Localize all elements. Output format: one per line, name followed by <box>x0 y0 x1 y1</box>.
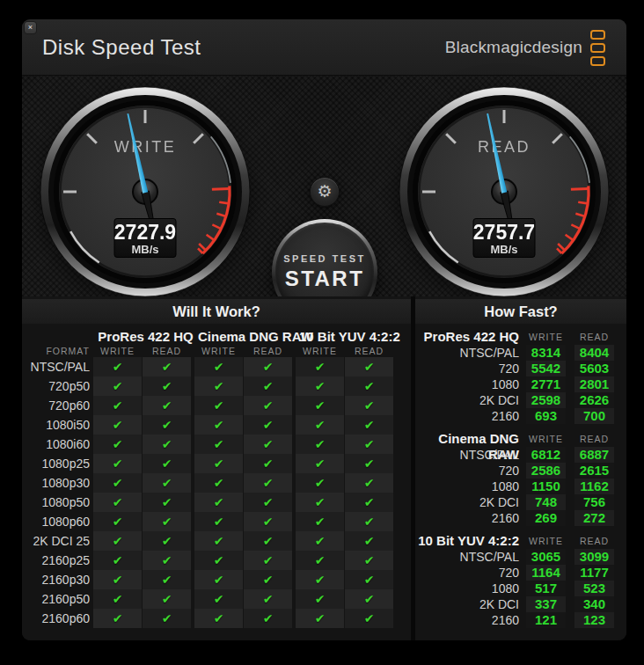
gauge-label: WRITE <box>114 138 177 156</box>
write-speed-value: 337 <box>526 596 566 612</box>
sub-column-header: READ <box>345 346 393 356</box>
check-cell: ✔ <box>345 376 393 396</box>
check-cell: ✔ <box>296 415 344 435</box>
check-cell: ✔ <box>296 454 344 473</box>
how-fast-title: How Fast? <box>415 299 626 324</box>
check-cell: ✔ <box>93 415 142 435</box>
check-icon: ✔ <box>214 457 224 471</box>
check-cell: ✔ <box>345 435 393 454</box>
check-icon: ✔ <box>263 418 274 432</box>
table-row: 72025862615 <box>415 463 626 479</box>
check-cell: ✔ <box>143 531 191 551</box>
table-row: 2160269272 <box>415 510 626 526</box>
check-cell: ✔ <box>194 473 243 493</box>
check-cell: ✔ <box>296 376 344 396</box>
check-cell: ✔ <box>194 609 243 628</box>
check-icon: ✔ <box>113 553 123 567</box>
read-speed-value: 523 <box>574 581 614 596</box>
table-row: 1080p60✔✔✔✔✔✔ <box>22 512 411 531</box>
write-speed-value: 1150 <box>526 479 566 494</box>
check-icon: ✔ <box>263 495 274 509</box>
check-icon: ✔ <box>214 573 224 587</box>
speed-section-name: Cinema DNG RAW <box>415 431 519 447</box>
format-label: 1080 <box>415 479 519 494</box>
check-icon: ✔ <box>315 592 326 606</box>
check-icon: ✔ <box>162 398 172 413</box>
speed-section-header: 10 Bit YUV 4:2:2WRITEREAD <box>415 533 626 549</box>
table-row: 720p50✔✔✔✔✔✔ <box>22 376 411 396</box>
table-row: 2160p50✔✔✔✔✔✔ <box>22 589 411 609</box>
format-label: 2160p30 <box>22 570 90 589</box>
check-cell: ✔ <box>296 512 344 531</box>
table-row: 1080p25✔✔✔✔✔✔ <box>22 454 411 473</box>
table-row: 2160121123 <box>415 612 626 628</box>
check-icon: ✔ <box>315 437 326 451</box>
page-title: Disk Speed Test <box>42 19 201 76</box>
sub-column-header: WRITE <box>526 431 566 447</box>
format-label: 2160p50 <box>22 589 90 609</box>
sub-column-header: WRITE <box>93 346 142 356</box>
check-icon: ✔ <box>162 495 172 509</box>
read-speed-value: 700 <box>574 408 614 424</box>
check-icon: ✔ <box>214 553 224 567</box>
format-label: 1080i50 <box>22 415 90 435</box>
write-gauge-svg: WRITE 2727.9 MB/s <box>40 86 251 297</box>
check-cell: ✔ <box>296 357 344 376</box>
check-cell: ✔ <box>194 493 243 512</box>
format-label: 1080p50 <box>22 493 90 512</box>
check-cell: ✔ <box>244 551 292 570</box>
check-icon: ✔ <box>214 534 224 548</box>
read-speed-value: 6887 <box>574 447 614 463</box>
close-button[interactable]: × <box>24 21 37 34</box>
check-cell: ✔ <box>143 551 191 570</box>
write-speed-value: 1164 <box>526 565 566 581</box>
check-cell: ✔ <box>93 551 142 570</box>
check-icon: ✔ <box>315 515 326 529</box>
table-row: 2160p25✔✔✔✔✔✔ <box>22 551 411 570</box>
speed-section-name: 10 Bit YUV 4:2:2 <box>415 533 519 549</box>
write-speed-value: 5542 <box>526 361 566 376</box>
check-icon: ✔ <box>364 457 375 471</box>
brand-name: Blackmagicdesign <box>445 38 582 57</box>
write-speed-value: 3065 <box>526 549 566 565</box>
write-gauge: WRITE 2727.9 MB/s <box>40 86 251 297</box>
gauge-value: 2757.7 <box>473 221 535 244</box>
check-icon: ✔ <box>364 437 375 451</box>
check-icon: ✔ <box>263 476 274 490</box>
check-icon: ✔ <box>162 418 172 432</box>
check-cell: ✔ <box>244 376 292 396</box>
check-icon: ✔ <box>162 534 172 548</box>
table-row: 2K DCI337340 <box>415 596 626 612</box>
check-icon: ✔ <box>364 534 375 548</box>
check-icon: ✔ <box>315 457 326 471</box>
check-cell: ✔ <box>244 609 292 628</box>
check-cell: ✔ <box>143 493 191 512</box>
check-cell: ✔ <box>93 609 142 628</box>
table-row: 1080i60✔✔✔✔✔✔ <box>22 435 411 454</box>
check-icon: ✔ <box>315 476 326 490</box>
check-icon: ✔ <box>315 495 326 509</box>
check-icon: ✔ <box>113 476 123 490</box>
check-icon: ✔ <box>364 418 375 432</box>
format-label: 1080p30 <box>22 473 90 493</box>
speed-section: 10 Bit YUV 4:2:2WRITEREADNTSC/PAL3065309… <box>415 533 626 628</box>
check-cell: ✔ <box>143 415 191 435</box>
check-icon: ✔ <box>214 611 224 625</box>
gauge-unit: MB/s <box>131 243 158 256</box>
write-speed-value: 693 <box>526 408 566 424</box>
check-icon: ✔ <box>162 611 172 625</box>
how-fast-panel: How Fast? ProRes 422 HQWRITEREADNTSC/PAL… <box>415 296 626 640</box>
check-icon: ✔ <box>162 553 172 567</box>
check-icon: ✔ <box>315 360 326 374</box>
read-speed-value: 5603 <box>574 361 614 376</box>
read-gauge: READ 2757.7 MB/s <box>399 86 610 297</box>
check-cell: ✔ <box>93 589 142 609</box>
check-icon: ✔ <box>162 379 172 393</box>
codec-group-label: ProRes 422 HQ <box>97 329 194 344</box>
check-cell: ✔ <box>244 357 292 376</box>
check-icon: ✔ <box>113 457 123 471</box>
check-cell: ✔ <box>244 454 292 473</box>
check-cell: ✔ <box>296 570 344 589</box>
format-label: 720 <box>415 361 519 376</box>
settings-button[interactable]: ⚙ <box>310 177 340 207</box>
